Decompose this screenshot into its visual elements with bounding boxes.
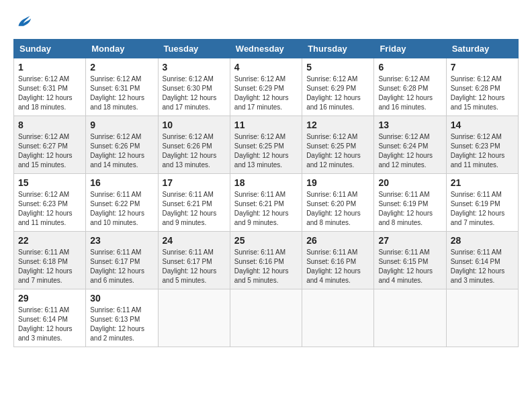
day-number: 19: [306, 177, 369, 188]
day-info: Sunrise: 6:12 AM Sunset: 6:24 PM Dayligh…: [378, 132, 441, 170]
day-info: Sunrise: 6:12 AM Sunset: 6:31 PM Dayligh…: [90, 75, 153, 112]
calendar-cell: 16Sunrise: 6:11 AM Sunset: 6:22 PM Dayli…: [86, 174, 158, 232]
calendar-cell: 11Sunrise: 6:12 AM Sunset: 6:25 PM Dayli…: [230, 116, 302, 174]
day-info: Sunrise: 6:11 AM Sunset: 6:14 PM Dayligh…: [451, 248, 514, 285]
day-number: 6: [378, 62, 441, 73]
day-number: 25: [234, 235, 298, 246]
day-number: 18: [234, 177, 298, 188]
calendar-cell: [230, 289, 302, 347]
calendar-cell: 23Sunrise: 6:11 AM Sunset: 6:17 PM Dayli…: [86, 232, 158, 289]
day-info: Sunrise: 6:12 AM Sunset: 6:26 PM Dayligh…: [163, 132, 226, 170]
day-number: 16: [90, 177, 153, 188]
page-header: [13, 13, 519, 32]
calendar-cell: 12Sunrise: 6:12 AM Sunset: 6:25 PM Dayli…: [302, 116, 374, 174]
day-info: Sunrise: 6:12 AM Sunset: 6:25 PM Dayligh…: [234, 132, 298, 170]
calendar-cell: 18Sunrise: 6:11 AM Sunset: 6:21 PM Dayli…: [230, 174, 302, 232]
calendar-cell: 9Sunrise: 6:12 AM Sunset: 6:26 PM Daylig…: [86, 116, 158, 174]
calendar-cell: 13Sunrise: 6:12 AM Sunset: 6:24 PM Dayli…: [374, 116, 446, 174]
calendar-cell: 1Sunrise: 6:12 AM Sunset: 6:31 PM Daylig…: [14, 58, 86, 116]
day-number: 20: [378, 177, 441, 188]
day-number: 7: [451, 62, 514, 73]
col-sunday: Sunday: [14, 40, 86, 58]
day-info: Sunrise: 6:12 AM Sunset: 6:28 PM Dayligh…: [451, 75, 514, 112]
calendar-cell: 8Sunrise: 6:12 AM Sunset: 6:27 PM Daylig…: [14, 116, 86, 174]
day-number: 11: [234, 120, 298, 130]
day-info: Sunrise: 6:11 AM Sunset: 6:17 PM Dayligh…: [90, 248, 153, 285]
day-info: Sunrise: 6:11 AM Sunset: 6:19 PM Dayligh…: [451, 190, 514, 228]
day-info: Sunrise: 6:11 AM Sunset: 6:14 PM Dayligh…: [18, 306, 81, 343]
calendar-week-row: 1Sunrise: 6:12 AM Sunset: 6:31 PM Daylig…: [14, 58, 519, 116]
calendar-cell: 5Sunrise: 6:12 AM Sunset: 6:29 PM Daylig…: [302, 58, 374, 116]
calendar-cell: 6Sunrise: 6:12 AM Sunset: 6:28 PM Daylig…: [374, 58, 446, 116]
calendar-cell: 19Sunrise: 6:11 AM Sunset: 6:20 PM Dayli…: [302, 174, 374, 232]
calendar-cell: 26Sunrise: 6:11 AM Sunset: 6:16 PM Dayli…: [302, 232, 374, 289]
col-monday: Monday: [86, 40, 158, 58]
calendar-week-row: 15Sunrise: 6:12 AM Sunset: 6:23 PM Dayli…: [14, 174, 519, 232]
day-number: 23: [90, 235, 153, 246]
day-number: 28: [451, 235, 514, 246]
calendar-cell: 22Sunrise: 6:11 AM Sunset: 6:18 PM Dayli…: [14, 232, 86, 289]
day-info: Sunrise: 6:12 AM Sunset: 6:26 PM Dayligh…: [90, 132, 153, 170]
day-number: 22: [18, 235, 81, 246]
calendar-cell: 27Sunrise: 6:11 AM Sunset: 6:15 PM Dayli…: [374, 232, 446, 289]
calendar-cell: 15Sunrise: 6:12 AM Sunset: 6:23 PM Dayli…: [14, 174, 86, 232]
calendar-cell: 24Sunrise: 6:11 AM Sunset: 6:17 PM Dayli…: [158, 232, 230, 289]
day-info: Sunrise: 6:11 AM Sunset: 6:19 PM Dayligh…: [378, 190, 441, 228]
day-number: 17: [163, 177, 226, 188]
day-number: 8: [18, 120, 81, 130]
day-info: Sunrise: 6:11 AM Sunset: 6:20 PM Dayligh…: [306, 190, 369, 228]
day-number: 14: [451, 120, 514, 130]
col-wednesday: Wednesday: [230, 40, 302, 58]
calendar-cell: 7Sunrise: 6:12 AM Sunset: 6:28 PM Daylig…: [446, 58, 518, 116]
day-info: Sunrise: 6:11 AM Sunset: 6:22 PM Dayligh…: [90, 190, 153, 228]
calendar-cell: [446, 289, 518, 347]
calendar-cell: 21Sunrise: 6:11 AM Sunset: 6:19 PM Dayli…: [446, 174, 518, 232]
day-info: Sunrise: 6:11 AM Sunset: 6:21 PM Dayligh…: [163, 190, 226, 228]
day-info: Sunrise: 6:11 AM Sunset: 6:16 PM Dayligh…: [234, 248, 298, 285]
day-info: Sunrise: 6:11 AM Sunset: 6:13 PM Dayligh…: [90, 306, 153, 343]
day-number: 30: [90, 293, 153, 304]
calendar-cell: [302, 289, 374, 347]
logo: [13, 13, 35, 32]
calendar-cell: 14Sunrise: 6:12 AM Sunset: 6:23 PM Dayli…: [446, 116, 518, 174]
day-number: 1: [18, 62, 81, 73]
day-number: 9: [90, 120, 153, 130]
day-info: Sunrise: 6:12 AM Sunset: 6:30 PM Dayligh…: [163, 75, 226, 112]
day-number: 21: [451, 177, 514, 188]
calendar-cell: 25Sunrise: 6:11 AM Sunset: 6:16 PM Dayli…: [230, 232, 302, 289]
day-info: Sunrise: 6:12 AM Sunset: 6:23 PM Dayligh…: [18, 190, 81, 228]
col-saturday: Saturday: [446, 40, 518, 58]
day-number: 15: [18, 177, 81, 188]
day-number: 13: [378, 120, 441, 130]
logo-icon: [13, 13, 32, 32]
day-info: Sunrise: 6:12 AM Sunset: 6:28 PM Dayligh…: [378, 75, 441, 112]
day-number: 12: [306, 120, 369, 130]
day-info: Sunrise: 6:12 AM Sunset: 6:25 PM Dayligh…: [306, 132, 369, 170]
day-number: 27: [378, 235, 441, 246]
calendar-cell: 30Sunrise: 6:11 AM Sunset: 6:13 PM Dayli…: [86, 289, 158, 347]
day-info: Sunrise: 6:12 AM Sunset: 6:27 PM Dayligh…: [18, 132, 81, 170]
day-info: Sunrise: 6:12 AM Sunset: 6:29 PM Dayligh…: [234, 75, 298, 112]
col-friday: Friday: [374, 40, 446, 58]
calendar-cell: [158, 289, 230, 347]
calendar-cell: 10Sunrise: 6:12 AM Sunset: 6:26 PM Dayli…: [158, 116, 230, 174]
col-thursday: Thursday: [302, 40, 374, 58]
day-number: 24: [163, 235, 226, 246]
day-info: Sunrise: 6:12 AM Sunset: 6:23 PM Dayligh…: [451, 132, 514, 170]
day-number: 4: [234, 62, 298, 73]
calendar-week-row: 8Sunrise: 6:12 AM Sunset: 6:27 PM Daylig…: [14, 116, 519, 174]
calendar-cell: 3Sunrise: 6:12 AM Sunset: 6:30 PM Daylig…: [158, 58, 230, 116]
calendar-cell: [374, 289, 446, 347]
calendar-table: Sunday Monday Tuesday Wednesday Thursday…: [13, 39, 519, 347]
day-number: 3: [163, 62, 226, 73]
calendar-cell: 29Sunrise: 6:11 AM Sunset: 6:14 PM Dayli…: [14, 289, 86, 347]
day-number: 2: [90, 62, 153, 73]
day-info: Sunrise: 6:12 AM Sunset: 6:29 PM Dayligh…: [306, 75, 369, 112]
day-info: Sunrise: 6:12 AM Sunset: 6:31 PM Dayligh…: [18, 75, 81, 112]
calendar-cell: 2Sunrise: 6:12 AM Sunset: 6:31 PM Daylig…: [86, 58, 158, 116]
day-info: Sunrise: 6:11 AM Sunset: 6:15 PM Dayligh…: [378, 248, 441, 285]
col-tuesday: Tuesday: [158, 40, 230, 58]
day-number: 26: [306, 235, 369, 246]
day-info: Sunrise: 6:11 AM Sunset: 6:21 PM Dayligh…: [234, 190, 298, 228]
calendar-header-row: Sunday Monday Tuesday Wednesday Thursday…: [14, 40, 519, 58]
